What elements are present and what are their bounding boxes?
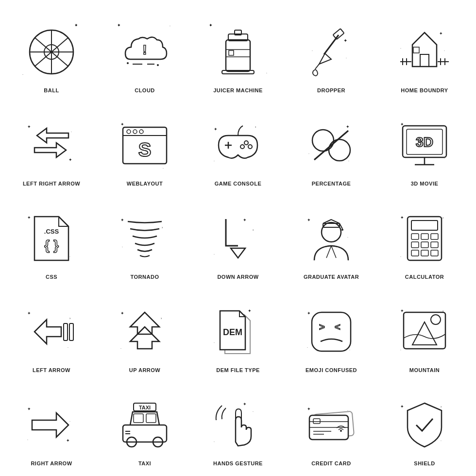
- left-right-arrow-label: LEFT RIGHT ARROW: [23, 181, 80, 187]
- up-arrow-icon: ✦ › ·: [113, 300, 176, 363]
- svg-text:✦: ✦: [400, 308, 404, 313]
- right-arrow-icon: ✦ ✦ · ·: [20, 393, 83, 457]
- svg-text:✦: ✦: [27, 215, 31, 220]
- svg-text:✦: ✦: [120, 122, 124, 127]
- svg-text:✦: ✦: [248, 308, 252, 313]
- svg-text:TAXI: TAXI: [139, 405, 151, 410]
- home-boundry-icon: ✦ · ·: [393, 20, 456, 84]
- ball-icon: ✦ ·: [20, 20, 83, 84]
- game-console-label: GAME CONSOLE: [215, 181, 261, 187]
- svg-text:·: ·: [308, 152, 309, 155]
- svg-marker-112: [130, 327, 159, 349]
- svg-marker-131: [32, 413, 68, 437]
- svg-rect-26: [420, 54, 429, 67]
- home-boundry-label: HOME BOUNDRY: [401, 87, 448, 93]
- svg-text:·: ·: [400, 47, 401, 50]
- icon-cell-weblayout: S ✦ · WEBLAYOUT: [98, 98, 191, 191]
- svg-text:·: ·: [441, 439, 442, 442]
- svg-text:✦: ✦: [307, 407, 311, 411]
- left-arrow-icon: ✦ · ›: [20, 300, 83, 363]
- svg-point-154: [340, 430, 342, 432]
- calculator-label: CALCULATOR: [405, 274, 444, 280]
- dem-file-type-label: DEM FILE TYPE: [216, 367, 260, 373]
- icon-cell-game-console: ✦ › · GAME CONSOLE: [191, 98, 285, 191]
- 3d-movie-icon: 3D ✦ ·: [393, 114, 456, 177]
- svg-point-9: [127, 62, 129, 64]
- svg-text:·: ·: [120, 347, 121, 350]
- svg-text:·: ·: [347, 409, 348, 412]
- hands-gesture-icon: ✦ · ·: [206, 393, 270, 457]
- hands-gesture-label: HANDS GESTURE: [213, 460, 263, 466]
- svg-text:·: ·: [214, 341, 215, 344]
- svg-text:✦: ✦: [400, 122, 404, 127]
- down-arrow-label: DOWN ARROW: [217, 274, 258, 280]
- svg-text:✦: ✦: [68, 157, 72, 162]
- emoji-confused-label: EMOJI CONFUSED: [306, 367, 357, 373]
- svg-text:✦: ✦: [27, 407, 31, 411]
- dem-file-type-icon: DEM ✦ ·: [206, 300, 270, 363]
- icon-cell-dem-file-type: DEM ✦ · DEM FILE TYPE: [191, 285, 285, 378]
- svg-point-82: [322, 222, 341, 242]
- icon-cell-dropper: ✦ · · DROPPER: [285, 5, 378, 98]
- weblayout-label: WEBLAYOUT: [127, 181, 163, 187]
- svg-text:·: ·: [347, 236, 348, 239]
- svg-point-52: [244, 141, 248, 145]
- emoji-confused-icon: > < ✦ · ·: [300, 300, 363, 363]
- svg-text:·: ·: [69, 420, 70, 423]
- svg-text:✦: ✦: [243, 402, 247, 407]
- svg-text:›: ›: [253, 228, 254, 232]
- down-arrow-icon: ✦ › ·: [206, 207, 270, 270]
- svg-text:3D: 3D: [416, 135, 433, 150]
- svg-rect-100: [421, 250, 428, 256]
- svg-text:✦: ✦: [307, 311, 311, 316]
- svg-line-60: [314, 131, 348, 160]
- svg-rect-97: [421, 242, 428, 248]
- right-arrow-label: RIGHT ARROW: [31, 460, 72, 466]
- icon-cell-left-right-arrow: ✦ ✦ · LEFT RIGHT ARROW: [5, 98, 98, 191]
- svg-text:DEM: DEM: [223, 327, 242, 337]
- svg-rect-91: [408, 217, 442, 260]
- svg-text:·: ·: [253, 410, 254, 413]
- cloud-label: CLOUD: [135, 87, 155, 93]
- svg-text:·: ·: [214, 159, 215, 163]
- tornado-label: TORNADO: [131, 274, 159, 280]
- svg-point-53: [248, 145, 252, 149]
- svg-marker-105: [34, 320, 61, 344]
- svg-text:·: ·: [400, 255, 401, 258]
- taxi-icon: TAXI: [113, 393, 176, 457]
- css-icon: .CSS { } ✦ ·: [20, 207, 83, 270]
- svg-rect-139: [134, 414, 143, 423]
- svg-text:·: ·: [27, 438, 28, 442]
- svg-marker-38: [34, 143, 66, 157]
- svg-rect-95: [431, 234, 438, 239]
- icon-cell-home-boundry: ✦ · · HOME BOUNDRY: [378, 5, 471, 98]
- svg-text:·: ·: [346, 56, 347, 60]
- svg-rect-98: [431, 242, 438, 248]
- weblayout-icon: S ✦ ·: [113, 114, 176, 177]
- svg-marker-24: [412, 33, 437, 67]
- svg-rect-101: [431, 250, 438, 256]
- svg-text:·: ·: [122, 245, 123, 249]
- svg-text:·: ·: [444, 49, 445, 52]
- svg-point-86: [341, 229, 343, 231]
- svg-text:✦: ✦: [346, 124, 350, 129]
- icon-cell-graduate-avatar: ✦ · GRADUATE AVATAR: [285, 191, 378, 285]
- svg-text:›: ›: [255, 125, 256, 129]
- svg-text:·: ·: [69, 255, 70, 258]
- mountain-icon: ✦ › ·: [393, 300, 456, 363]
- icon-cell-percentage: ✦ · · PERCENTAGE: [285, 98, 378, 191]
- icon-cell-right-arrow: ✦ ✦ · · RIGHT ARROW: [5, 378, 98, 471]
- svg-text:·: ·: [214, 440, 215, 443]
- svg-text:!: !: [142, 42, 147, 57]
- svg-text:✦: ✦: [214, 127, 218, 132]
- svg-text:✦: ✦: [66, 438, 70, 443]
- svg-text:·: ·: [312, 49, 313, 52]
- ball-label: BALL: [44, 87, 59, 93]
- icon-cell-calculator: ✦ › · CALCULATOR: [378, 191, 471, 285]
- svg-point-54: [240, 145, 244, 149]
- icon-cell-tornado: ✦ › · TORNADO: [98, 191, 191, 285]
- dropper-label: DROPPER: [317, 87, 345, 93]
- svg-marker-111: [130, 312, 159, 334]
- svg-rect-119: [312, 312, 351, 351]
- icon-cell-mountain: ✦ › · MOUNTAIN: [378, 285, 471, 378]
